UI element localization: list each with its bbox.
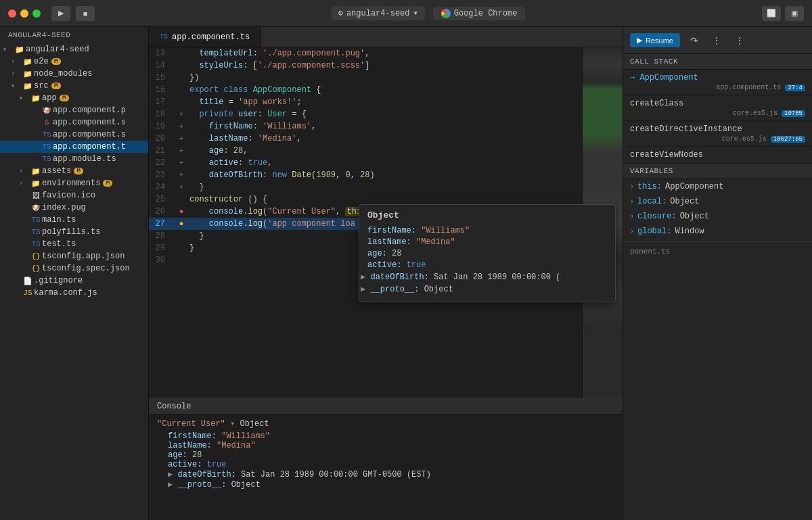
code-line-14: 14 styleUrls: ['./app.component.scss']	[149, 60, 582, 72]
console-content[interactable]: "Current User" ▾ Object firstName: "Will…	[149, 415, 623, 517]
sidebar-item-assets[interactable]: › 📁 assets M	[0, 165, 148, 177]
sidebar-item-app-component-spec[interactable]: TS app.component.s	[0, 128, 148, 141]
e2e-badge: M	[51, 58, 61, 65]
debug-arrow-icon: →	[630, 73, 639, 82]
folder-icon: 📁	[22, 70, 34, 78]
call-stack-title: Call Stack	[623, 54, 812, 70]
sidebar-item-node-modules[interactable]: › 📁 node_modules	[0, 68, 148, 80]
sidebar-item-src[interactable]: ▾ 📁 src M	[0, 80, 148, 92]
sidebar-item-root[interactable]: ▾ 📁 angular4-seed	[0, 43, 148, 55]
debug-panel: ▶ Resume ↷ ⋮ ⋮ Call Stack → AppComponent…	[623, 27, 812, 520]
var-val-local: Object	[670, 197, 699, 206]
chevron-right-icon: ›	[630, 228, 634, 235]
ts-file-icon: TS	[41, 131, 53, 139]
project-name-label: angular4-seed	[346, 9, 410, 18]
code-line-23: 23 + dateOfBirth: new Date(1989, 0, 28)	[149, 169, 582, 181]
sidebar-item-main-ts[interactable]: TS main.ts	[0, 214, 148, 226]
app-component-spec-label: app.component.s	[53, 130, 126, 139]
chevron-right-icon: ›	[630, 183, 634, 191]
folder-icon: 📁	[22, 82, 34, 91]
console-prop-active: active: true	[168, 460, 614, 469]
environments-badge: M	[103, 180, 112, 187]
sidebar-item-app-component-ts[interactable]: TS app.component.t	[0, 141, 148, 153]
stop-button[interactable]: ■	[76, 6, 95, 21]
js-file-icon: JS	[22, 289, 34, 297]
sidebar: angular4-seed ▾ 📁 angular4-seed › 📁 e2e …	[0, 27, 149, 520]
call-stack-ref-1: core.es5.js 10785	[630, 110, 805, 117]
folder-icon: 📁	[30, 167, 42, 176]
sidebar-item-app-module[interactable]: TS app.module.ts	[0, 153, 148, 165]
app-badge: M	[60, 95, 69, 101]
var-val-closure: Object	[680, 212, 709, 221]
app-label: app	[42, 93, 57, 103]
sidebar-item-tsconfig-app[interactable]: {} tsconfig.app.json	[0, 250, 148, 262]
sidebar-item-tsconfig-spec[interactable]: {} tsconfig.spec.json	[0, 262, 148, 275]
console-title: Console	[157, 402, 191, 411]
chrome-tab[interactable]: Google Chrome	[433, 7, 526, 20]
sidebar-item-app-component-pug[interactable]: 🐶 app.component.p	[0, 104, 148, 116]
project-selector[interactable]: ⚙ angular4-seed ▾	[332, 6, 425, 20]
settings-button[interactable]: ⋮	[708, 34, 725, 47]
resume-button[interactable]: ▶ Resume	[630, 33, 680, 47]
test-ts-label: test.ts	[42, 239, 76, 249]
var-name-global: global:	[637, 227, 671, 236]
sidebar-item-karma[interactable]: JS karma.conf.js	[0, 287, 148, 299]
sidebar-item-polyfills[interactable]: TS polyfills.ts	[0, 226, 148, 238]
assets-badge: M	[74, 168, 83, 174]
chevron-right-icon: ›	[630, 198, 634, 206]
debug-file-ref: ponent.ts	[623, 241, 812, 261]
minimize-button[interactable]	[20, 9, 28, 18]
debug-toolbar: ▶ Resume ↷ ⋮ ⋮	[623, 27, 812, 54]
chevron-down-icon: ▾	[11, 82, 22, 90]
app-component-pug-label: app.component.p	[53, 105, 126, 115]
chevron-right-icon: ›	[19, 180, 30, 187]
chevron-right-icon: ›	[11, 70, 22, 78]
sidebar-item-app[interactable]: ▾ 📁 app M	[0, 92, 148, 104]
play-button[interactable]: ▶	[51, 6, 70, 21]
sidebar-item-test-ts[interactable]: TS test.ts	[0, 238, 148, 250]
sidebar-item-environments[interactable]: › 📁 environments M	[0, 177, 148, 189]
sidebar-item-favicon[interactable]: 🖼 favicon.ico	[0, 189, 148, 202]
var-name-local: local:	[637, 197, 667, 206]
chevron-right-icon: ›	[630, 213, 634, 220]
ts-file-icon: TS	[30, 216, 42, 224]
call-stack-item-createviewnodes[interactable]: createViewNodes	[623, 147, 812, 164]
tooltip-prop-firstname: firstName: "Williams"	[367, 226, 607, 235]
layout-button[interactable]: ▣	[785, 6, 804, 21]
tab-label: app.component.ts	[172, 32, 250, 42]
variable-item-global[interactable]: › global: Window	[623, 224, 812, 239]
maximize-button[interactable]	[32, 9, 41, 18]
sidebar-item-e2e[interactable]: › 📁 e2e M	[0, 55, 148, 68]
tab-app-component-ts[interactable]: TS app.component.ts	[149, 27, 261, 47]
ts-file-icon: TS	[41, 143, 53, 151]
code-line-18: 18 + private user: User = {	[149, 108, 582, 120]
step-over-button[interactable]: ↷	[687, 34, 702, 47]
sidebar-item-gitignore[interactable]: 📄 .gitignore	[0, 275, 148, 287]
variable-item-local[interactable]: › local: Object	[623, 194, 812, 209]
sidebar-item-index-pug[interactable]: 🐶 index.pug	[0, 202, 148, 214]
code-line-13: 13 templateUrl: './app.component.pug',	[149, 47, 582, 60]
environments-label: environments	[42, 179, 100, 188]
gear-icon: ⚙	[338, 8, 343, 18]
close-button[interactable]	[8, 9, 16, 18]
console-prop-age: age: 28	[168, 450, 614, 460]
tsconfig-spec-label: tsconfig.spec.json	[42, 264, 130, 273]
e2e-label: e2e	[34, 57, 49, 66]
hover-tooltip: Object firstName: "Williams" lastName: "…	[359, 204, 616, 302]
call-stack-item-createclass[interactable]: createClass core.es5.js 10785	[623, 95, 812, 121]
pug-file-icon: 🐶	[41, 106, 53, 115]
chrome-label: Google Chrome	[454, 9, 518, 18]
variable-item-closure[interactable]: › closure: Object	[623, 209, 812, 224]
more-button[interactable]: ⋮	[731, 34, 748, 47]
call-stack-item-createdirective[interactable]: createDirectiveInstance core.es5.js 1062…	[623, 121, 812, 147]
chevron-right-icon: ›	[19, 168, 30, 175]
resume-label: Resume	[646, 37, 673, 45]
console-panel: Console "Current User" ▾ Object firstNam…	[149, 398, 623, 520]
chevron-down-icon: ▾	[3, 45, 14, 53]
split-view-button[interactable]: ⬜	[762, 6, 781, 21]
sidebar-item-app-component-scss[interactable]: S app.component.s	[0, 116, 148, 128]
variable-item-this[interactable]: › this: AppComponent	[623, 179, 812, 194]
var-val-global: Window	[675, 227, 704, 236]
tab-bar: TS app.component.ts	[149, 27, 623, 47]
call-stack-item-appcomponent[interactable]: → AppComponent app.component.ts 27:4	[623, 70, 812, 95]
